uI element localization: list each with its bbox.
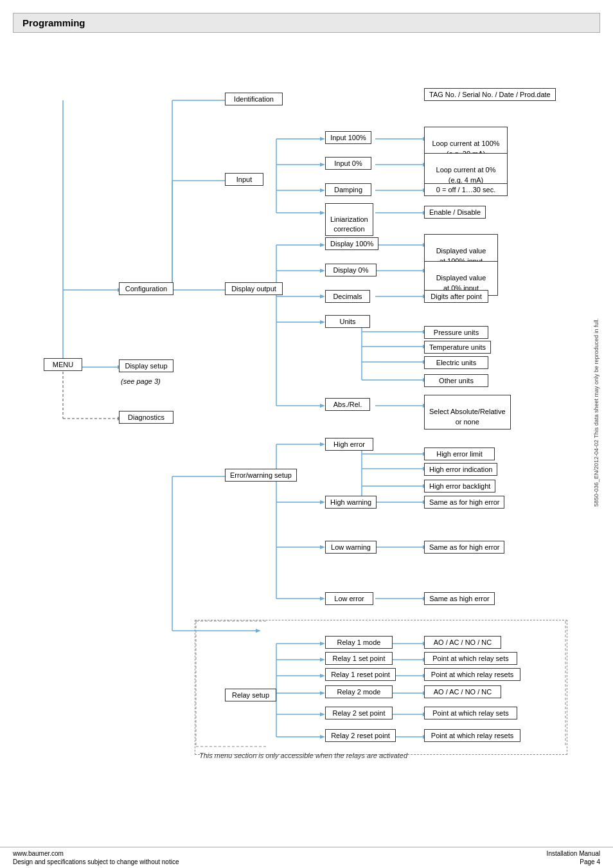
linearization-box: Liniarization correction (325, 203, 373, 236)
diagnostics-box: Diagnostics (119, 411, 173, 424)
relay2-reset-desc-box: Point at which relay resets (424, 729, 520, 742)
display0-box: Display 0% (325, 264, 377, 276)
high-error-backlight-box: High error backlight (424, 480, 495, 493)
svg-marker-67 (320, 500, 325, 504)
side-label-text: 5850-036_EN/2012-04-02 This data sheet m… (589, 39, 604, 785)
relay2-mode-desc-box: AO / AC / NO / NC (424, 685, 501, 698)
error-warning-box: Error/warning setup (225, 469, 297, 482)
page-header: Programming (13, 13, 600, 33)
relay1-reset-desc-box: Point at which relay resets (424, 668, 520, 681)
linearization-desc-box: Enable / Disable (424, 206, 486, 219)
configuration-box: Configuration (119, 282, 173, 295)
units-box: Units (325, 315, 370, 328)
damping-desc-box: 0 = off / 1…30 sec. (424, 183, 508, 196)
relay2-set-box: Relay 2 set point (325, 707, 393, 719)
other-units-box: Other units (424, 374, 488, 387)
decimals-desc-box: Digits after point (424, 290, 488, 303)
high-error-box: High error (325, 438, 373, 451)
svg-marker-37 (320, 243, 325, 247)
input-box: Input (225, 173, 263, 186)
relay1-set-box: Relay 1 set point (325, 652, 393, 665)
display-setup-box: Display setup (119, 359, 173, 372)
relay-setup-box: Relay setup (225, 689, 276, 701)
display100-box: Display 100% (325, 237, 378, 250)
low-warning-desc-box: Same as for high error (424, 541, 504, 554)
high-error-indication-box: High error indication (424, 463, 497, 476)
footer-disclaimer: Design and specifications subject to cha… (13, 858, 179, 865)
svg-marker-45 (320, 404, 325, 408)
svg-marker-69 (320, 545, 325, 549)
svg-marker-22 (320, 163, 325, 167)
electric-units-box: Electric units (424, 356, 488, 369)
pressure-units-box: Pressure units (424, 326, 488, 339)
diagram-area: MENU Configuration Display setup (see pa… (13, 39, 604, 785)
relay1-mode-box: Relay 1 mode (325, 636, 393, 649)
menu-box: MENU (44, 358, 82, 371)
low-error-box: Low error (325, 592, 373, 605)
damping-box: Damping (325, 183, 371, 196)
relay2-mode-box: Relay 2 mode (325, 685, 393, 698)
decimals-box: Decimals (325, 290, 370, 303)
relay-note-text: This menu section is only accessible whe… (199, 752, 407, 759)
svg-marker-41 (320, 294, 325, 298)
relay2-reset-box: Relay 2 reset point (325, 729, 396, 742)
svg-marker-24 (320, 188, 325, 192)
abs-rel-box: Abs./Rel. (325, 398, 370, 411)
relay1-mode-desc-box: AO / AC / NO / NC (424, 636, 501, 649)
high-error-limit-box: High error limit (424, 448, 495, 460)
svg-marker-26 (320, 211, 325, 215)
svg-marker-39 (320, 269, 325, 273)
high-warning-box: High warning (325, 496, 377, 509)
svg-marker-71 (320, 597, 325, 601)
relay2-set-desc-box: Point at which relay sets (424, 707, 517, 719)
see-page3-text: (see page 3) (121, 377, 161, 385)
display-output-box: Display output (225, 282, 283, 295)
page-footer: www.baumer.com Installation Manual Desig… (0, 847, 613, 868)
input100-box: Input 100% (325, 131, 371, 144)
identification-desc-box: TAG No. / Serial No. / Date / Prod.date (424, 88, 556, 101)
high-warning-desc-box: Same as for high error (424, 496, 504, 509)
relay1-reset-box: Relay 1 reset point (325, 668, 396, 681)
svg-marker-43 (320, 320, 325, 324)
page-title: Programming (22, 17, 591, 28)
low-warning-box: Low warning (325, 541, 377, 554)
low-error-desc-box: Same as high error (424, 592, 495, 605)
identification-box: Identification (225, 93, 283, 105)
footer-website: www.baumer.com (13, 850, 64, 857)
svg-marker-20 (320, 137, 325, 141)
relay1-set-desc-box: Point at which relay sets (424, 652, 517, 665)
temp-units-box: Temperature units (424, 341, 491, 354)
footer-page: Page 4 (580, 858, 600, 865)
abs-rel-desc-box: Select Absolute/Relative or none (424, 395, 511, 429)
input0-box: Input 0% (325, 157, 371, 170)
footer-doc-type: Installation Manual (547, 850, 600, 857)
svg-marker-65 (320, 442, 325, 446)
